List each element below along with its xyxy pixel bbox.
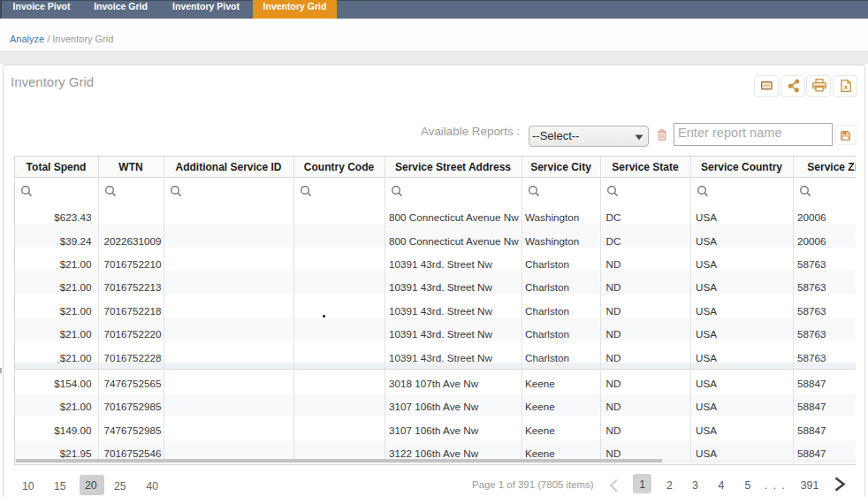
svg-text:x: x xyxy=(844,83,849,91)
